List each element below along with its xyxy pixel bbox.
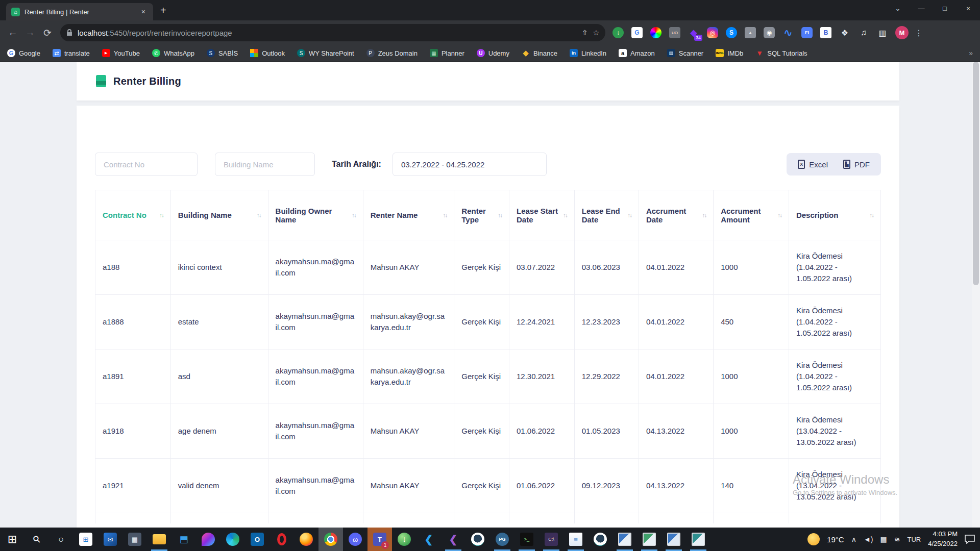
- scrollbar-thumb[interactable]: [973, 62, 979, 285]
- ublock-icon[interactable]: UO: [669, 27, 680, 38]
- camera-icon[interactable]: ◉: [764, 27, 775, 38]
- bookmark-sabis[interactable]: SSABİS: [207, 49, 238, 57]
- col-header-contract-no[interactable]: Contract No↑↓: [95, 190, 171, 240]
- browser-tab[interactable]: ⌂ Renter Billing | Renter ×: [6, 3, 153, 20]
- bookmark-imdb[interactable]: IMDbIMDb: [716, 49, 743, 57]
- sort-icon[interactable]: ↑↓: [702, 212, 706, 219]
- bookmark-udemy[interactable]: UUdemy: [477, 49, 509, 57]
- weather-sun-icon[interactable]: [807, 533, 820, 545]
- bookmark-star-icon[interactable]: ☆: [593, 29, 599, 37]
- taskbar-store[interactable]: ⊞: [74, 528, 98, 551]
- bookmark-translate[interactable]: ⇄translate: [53, 49, 90, 57]
- new-tab-button[interactable]: +: [160, 5, 166, 16]
- taskbar-app-window-3[interactable]: [662, 528, 686, 551]
- col-header-building-owner[interactable]: Building Owner Name↑↓: [268, 190, 363, 240]
- bookmark-sharepoint[interactable]: SWY SharePoint: [297, 49, 354, 57]
- tab-search-icon[interactable]: ⌄: [886, 5, 910, 12]
- taskbar-paint3d[interactable]: [196, 528, 220, 551]
- taskbar-calculator[interactable]: ▦: [122, 528, 147, 551]
- bookmarks-overflow-icon[interactable]: »: [969, 49, 973, 57]
- bookmark-sql-tutorials[interactable]: ▼SQL Tutorials: [755, 49, 807, 57]
- col-header-accrument-date[interactable]: Accrument Date↑↓: [639, 190, 713, 240]
- close-button[interactable]: ×: [957, 5, 980, 12]
- start-button[interactable]: ⊞: [0, 528, 24, 551]
- reload-button[interactable]: ⟳: [39, 27, 56, 39]
- bookmark-whatsapp[interactable]: ✆WhatsApp: [152, 49, 194, 57]
- tray-chevron-icon[interactable]: ∧: [851, 535, 856, 543]
- bookmark-binance[interactable]: ◆Binance: [522, 49, 557, 57]
- keyboard-tray-icon[interactable]: ▤: [880, 535, 887, 543]
- taskbar-postgresql[interactable]: PG: [490, 528, 514, 551]
- back-button[interactable]: ←: [4, 27, 21, 38]
- bookmark-youtube[interactable]: ▶YouTube: [102, 49, 140, 57]
- taskbar-terminal[interactable]: >_: [514, 528, 539, 551]
- taskbar-app-window-2[interactable]: [637, 528, 662, 551]
- address-bar[interactable]: localhost:5450/report/renterinvoicerepor…: [60, 24, 605, 41]
- pdf-export-button[interactable]: ▙PDF: [837, 157, 876, 172]
- action-center-icon[interactable]: [965, 535, 975, 544]
- building-name-input[interactable]: [215, 153, 315, 176]
- bookmark-outlook[interactable]: Outlook: [250, 49, 285, 57]
- playlist-icon[interactable]: ♫: [858, 27, 869, 38]
- maximize-button[interactable]: □: [933, 5, 957, 12]
- weather-temp[interactable]: 19°C: [827, 535, 844, 544]
- profile-avatar[interactable]: M: [895, 26, 909, 39]
- taskbar-file-explorer[interactable]: [147, 528, 172, 551]
- col-header-accrument-amount[interactable]: Accrument Amount↑↓: [714, 190, 789, 240]
- language-indicator[interactable]: TUR: [907, 536, 921, 543]
- taskbar-mail[interactable]: ✉: [98, 528, 122, 551]
- page-scrollbar[interactable]: [972, 62, 980, 528]
- taskbar-clock[interactable]: 4:03 PM 4/25/2022: [928, 530, 958, 549]
- sort-icon[interactable]: ↑↓: [498, 212, 502, 219]
- sort-icon[interactable]: ↑↓: [777, 212, 781, 219]
- minimize-button[interactable]: —: [910, 5, 933, 12]
- bookmark-linkedin[interactable]: inLinkedIn: [570, 49, 606, 57]
- shazam-icon[interactable]: S: [726, 27, 737, 38]
- browser-menu-icon[interactable]: ⋮: [915, 28, 923, 38]
- taskbar-pgadmin[interactable]: [465, 528, 490, 551]
- col-header-lease-start[interactable]: Lease Start Date↑↓: [509, 190, 575, 240]
- excel-export-button[interactable]: XExcel: [792, 157, 834, 172]
- shield-icon[interactable]: ▲: [745, 27, 756, 38]
- instagram-icon[interactable]: ◎: [707, 27, 718, 38]
- taskbar-search[interactable]: ⚲: [24, 528, 49, 551]
- network-icon[interactable]: ≋: [894, 535, 900, 543]
- forward-button[interactable]: →: [21, 27, 39, 38]
- col-header-lease-end[interactable]: Lease End Date↑↓: [574, 190, 639, 240]
- bookmark-zeus-domain[interactable]: PZeus Domain: [366, 49, 418, 57]
- sort-icon[interactable]: ↑↓: [869, 212, 873, 219]
- taskbar-remote-desktop[interactable]: ⬒: [172, 528, 196, 551]
- taskbar-app-window-1[interactable]: [612, 528, 637, 551]
- volume-icon[interactable]: ◄): [864, 535, 873, 543]
- taskbar-discord[interactable]: ω: [343, 528, 368, 551]
- bookmark-amazon[interactable]: aAmazon: [619, 49, 655, 57]
- taskbar-teams[interactable]: T1: [368, 528, 392, 551]
- sort-icon[interactable]: ↑↓: [159, 212, 163, 219]
- taskbar-edge[interactable]: [220, 528, 245, 551]
- sort-icon[interactable]: ↑↓: [352, 212, 356, 219]
- taskbar-cmd[interactable]: C:\: [539, 528, 564, 551]
- col-header-description[interactable]: Description↑↓: [789, 190, 880, 240]
- share-icon[interactable]: ⇧: [582, 29, 588, 37]
- taskbar-notepad[interactable]: ≡: [564, 528, 588, 551]
- taskbar-cortana[interactable]: ○: [49, 528, 74, 551]
- bookmark-scanner[interactable]: ▤Scanner: [667, 49, 703, 57]
- color-wheel-icon[interactable]: [650, 27, 662, 38]
- b-icon[interactable]: B: [820, 27, 831, 38]
- taskbar-app-window-4[interactable]: [686, 528, 710, 551]
- puzzle-icon[interactable]: ❖: [839, 27, 850, 38]
- contract-no-input[interactable]: [95, 153, 198, 176]
- taskbar-idm[interactable]: ↓: [392, 528, 416, 551]
- diamond-ext-icon[interactable]: ◆34: [688, 27, 699, 38]
- taskbar-vscode[interactable]: ❮: [416, 528, 441, 551]
- fi-icon[interactable]: FI: [801, 27, 813, 38]
- col-header-renter-name[interactable]: Renter Name↑↓: [363, 190, 454, 240]
- taskbar-firefox[interactable]: [294, 528, 318, 551]
- taskbar-opera[interactable]: [270, 528, 294, 551]
- sidepanel-icon[interactable]: ▥: [877, 27, 888, 38]
- wave-icon[interactable]: ∿: [782, 27, 794, 38]
- taskbar-outlook[interactable]: O: [245, 528, 270, 551]
- sort-icon[interactable]: ↑↓: [627, 212, 631, 219]
- taskbar-vscode-insiders[interactable]: ❮: [441, 528, 465, 551]
- bookmark-google[interactable]: GGoogle: [7, 49, 40, 57]
